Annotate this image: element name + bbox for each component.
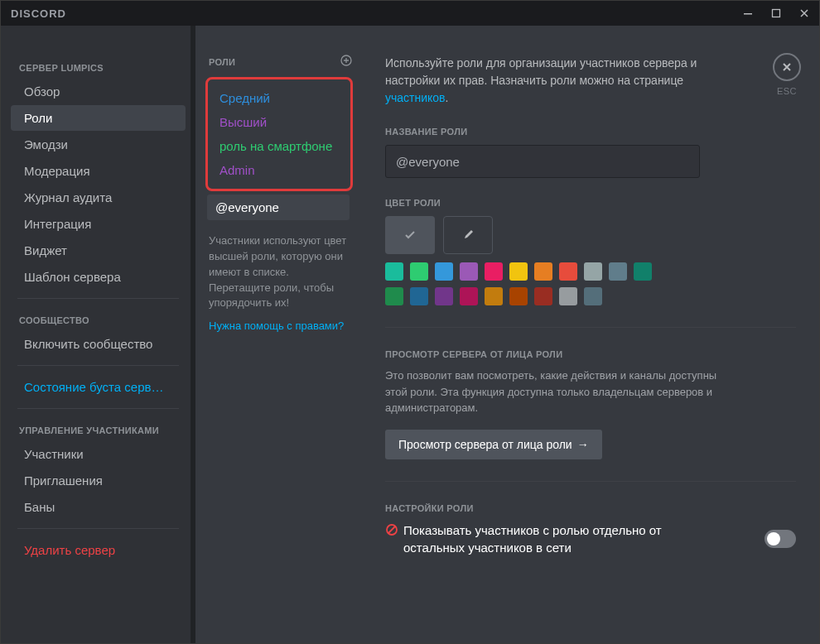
sidebar-item-emoji[interactable]: Эмодзи (11, 132, 186, 157)
color-swatch[interactable] (460, 262, 478, 281)
role-name-label: НАЗВАНИЕ РОЛИ (385, 127, 796, 137)
roles-list-column: РОЛИ СреднийВысшийроль на смартфонеAdmin… (195, 26, 365, 643)
setting-display-separately-label: Показывать участников с ролью отдельно о… (403, 521, 683, 556)
color-swatch[interactable] (509, 287, 528, 305)
permissions-help-link[interactable]: Нужна помощь с правами? (209, 320, 355, 332)
color-swatch[interactable] (435, 262, 453, 281)
window-frame: DISCORD СЕРВЕР LUMPICS Обзор Роли Эмодзи… (0, 0, 820, 644)
close-esc-group: ESC (773, 53, 801, 96)
view-as-role-label: ПРОСМОТР СЕРВЕРА ОТ ЛИЦА РОЛИ (385, 349, 796, 359)
sidebar-item-widget[interactable]: Виджет (11, 238, 186, 263)
members-page-link[interactable]: участников (385, 91, 446, 104)
role-entry[interactable]: Admin (215, 158, 344, 182)
color-swatch[interactable] (410, 287, 428, 305)
role-settings-label: НАСТРОЙКИ РОЛИ (385, 503, 796, 513)
sidebar-header-server: СЕРВЕР LUMPICS (6, 55, 191, 78)
sidebar-item-boost-status[interactable]: Состояние буста серв… (11, 374, 186, 400)
sidebar-header-members-mgmt: УПРАВЛЕНИЕ УЧАСТНИКАМИ (6, 417, 191, 440)
minimize-icon[interactable] (741, 7, 755, 20)
color-presets-row (385, 216, 796, 254)
color-swatch[interactable] (509, 262, 528, 281)
maximize-icon[interactable] (769, 7, 783, 20)
svg-line-4 (388, 526, 395, 533)
sidebar-separator (17, 408, 179, 409)
sidebar-item-roles[interactable]: Роли (11, 105, 186, 131)
color-swatch[interactable] (634, 262, 652, 281)
window-controls (741, 7, 811, 20)
sidebar-separator (17, 528, 179, 529)
custom-color-swatch[interactable] (443, 216, 493, 254)
sidebar-separator (17, 365, 179, 366)
roles-description: Используйте роли для организации участни… (385, 55, 741, 107)
color-swatch[interactable] (559, 287, 577, 305)
sidebar-item-moderation[interactable]: Модерация (11, 158, 186, 184)
close-icon[interactable] (798, 7, 811, 20)
role-entry-everyone[interactable]: @everyone (207, 195, 350, 220)
color-swatch[interactable] (485, 287, 503, 305)
svg-rect-0 (744, 13, 752, 15)
color-swatch[interactable] (485, 262, 503, 281)
view-as-role-button[interactable]: Просмотр сервера от лица роли → (385, 430, 602, 459)
svg-rect-1 (773, 10, 780, 17)
view-as-role-desc: Это позволит вам посмотреть, какие дейст… (385, 368, 741, 416)
role-name-input[interactable]: @everyone (385, 145, 700, 178)
forbidden-icon (385, 523, 398, 541)
color-swatch[interactable] (534, 287, 552, 305)
sidebar-item-integration[interactable]: Интеграция (11, 211, 186, 237)
roles-highlight-box: СреднийВысшийроль на смартфонеAdmin (205, 77, 353, 191)
color-swatch[interactable] (534, 262, 552, 281)
setting-display-separately: Показывать участников с ролью отдельно о… (385, 521, 796, 556)
role-entry[interactable]: Средний (215, 86, 344, 110)
esc-label: ESC (773, 86, 801, 96)
default-color-swatch[interactable] (385, 216, 435, 254)
role-color-label: ЦВЕТ РОЛИ (385, 198, 796, 208)
roles-column-title: РОЛИ (209, 57, 235, 67)
sidebar-item-bans[interactable]: Баны (11, 494, 186, 520)
role-entry[interactable]: роль на смартфоне (215, 134, 344, 158)
role-settings-panel: ESC Используйте роли для организации уча… (365, 26, 819, 643)
color-swatch[interactable] (559, 262, 577, 281)
title-bar: DISCORD (1, 1, 819, 26)
color-swatch[interactable] (460, 287, 478, 305)
close-button[interactable] (773, 53, 801, 81)
sidebar-item-delete-server[interactable]: Удалить сервер (11, 537, 186, 563)
add-role-icon[interactable] (340, 55, 352, 69)
app-body: СЕРВЕР LUMPICS Обзор Роли Эмодзи Модерац… (1, 26, 819, 643)
sidebar-header-community: СООБЩЕСТВО (6, 307, 191, 330)
roles-ordering-note: Участники используют цвет высшей роли, к… (209, 220, 355, 320)
color-swatch[interactable] (410, 262, 428, 281)
arrow-right-icon: → (577, 438, 589, 451)
eyedropper-icon (461, 228, 475, 242)
sidebar-item-audit[interactable]: Журнал аудита (11, 185, 186, 210)
divider (385, 481, 796, 482)
color-swatch[interactable] (609, 262, 627, 281)
color-swatch[interactable] (584, 287, 602, 305)
color-swatch[interactable] (435, 287, 453, 305)
settings-sidebar: СЕРВЕР LUMPICS Обзор Роли Эмодзи Модерац… (1, 26, 195, 643)
color-swatch[interactable] (385, 262, 403, 281)
color-swatches (385, 262, 667, 305)
color-swatch[interactable] (584, 262, 602, 281)
app-brand: DISCORD (11, 7, 66, 20)
sidebar-item-template[interactable]: Шаблон сервера (11, 264, 186, 290)
sidebar-item-invites[interactable]: Приглашения (11, 468, 186, 493)
color-swatch[interactable] (385, 287, 403, 305)
setting-display-separately-toggle[interactable] (765, 530, 796, 548)
role-entry[interactable]: Высший (215, 110, 344, 134)
divider (385, 327, 796, 328)
sidebar-item-overview[interactable]: Обзор (11, 79, 186, 104)
sidebar-item-members[interactable]: Участники (11, 441, 186, 467)
sidebar-separator (17, 298, 179, 299)
sidebar-item-enable-community[interactable]: Включить сообщество (11, 331, 186, 357)
